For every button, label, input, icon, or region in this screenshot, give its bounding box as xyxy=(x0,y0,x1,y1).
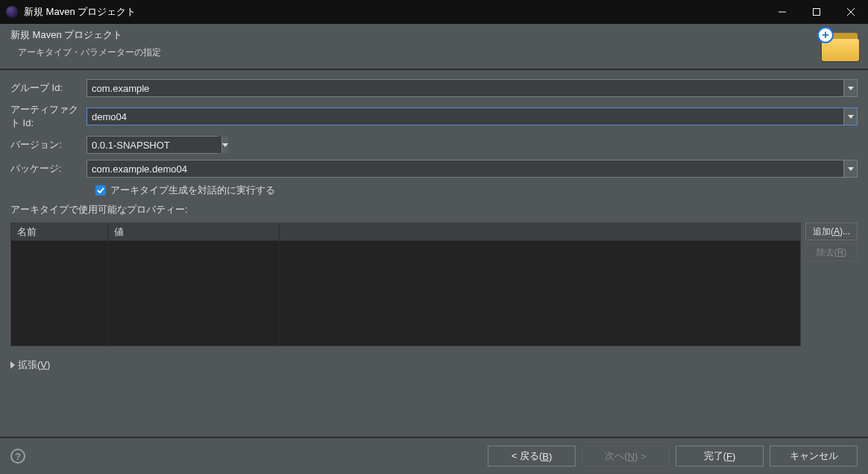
finish-button-post: ) xyxy=(732,451,735,462)
expander-collapsed-icon xyxy=(10,361,15,369)
eclipse-logo-icon xyxy=(6,6,18,18)
artifact-id-input[interactable] xyxy=(87,108,843,125)
add-button-post: )... xyxy=(840,226,850,237)
version-label: バージョン: xyxy=(10,138,87,152)
col-header-name[interactable]: 名前 xyxy=(11,223,108,240)
group-id-dropdown-button[interactable] xyxy=(843,80,857,96)
form-area: グループ Id: アーティファクト Id: バージョン: パッケージ: xyxy=(0,70,868,222)
expander-mnemonic: V xyxy=(40,359,47,370)
button-bar: ? < 戻る(B) 次へ(N) > 完了(F) キャンセル xyxy=(0,437,868,474)
remove-button-mnemonic: R xyxy=(837,247,844,258)
close-button[interactable] xyxy=(834,0,868,24)
artifact-id-combo[interactable] xyxy=(87,107,858,125)
back-button-post: ) xyxy=(549,451,552,462)
add-button-mnemonic: A xyxy=(834,226,840,237)
minimize-button[interactable] xyxy=(765,0,799,24)
package-dropdown-button[interactable] xyxy=(843,160,857,177)
group-id-label: グループ Id: xyxy=(10,81,87,95)
table-header: 名前 値 xyxy=(11,223,800,241)
add-button-pre: 追加( xyxy=(813,225,834,238)
wizard-title: 新規 Maven プロジェクト xyxy=(10,28,858,42)
remove-button-post: ) xyxy=(843,247,846,258)
add-button[interactable]: 追加(A)... xyxy=(805,222,858,240)
next-button-pre: 次へ( xyxy=(605,449,627,463)
col-header-empty xyxy=(280,223,800,240)
properties-section-label: アーキタイプで使用可能なプロパティー: xyxy=(10,203,858,216)
new-project-icon: + xyxy=(817,27,859,63)
help-button[interactable]: ? xyxy=(10,449,25,464)
cancel-button[interactable]: キャンセル xyxy=(770,446,858,467)
properties-table[interactable]: 名前 値 xyxy=(10,222,801,346)
svg-marker-5 xyxy=(848,115,854,119)
remove-button: 除去(R) xyxy=(805,243,858,261)
package-combo[interactable] xyxy=(87,160,858,178)
interactive-checkbox-label: アーキタイプ生成を対話的に実行する xyxy=(110,184,275,197)
cancel-button-label: キャンセル xyxy=(790,449,838,463)
group-id-combo[interactable] xyxy=(87,79,858,97)
remove-button-pre: 除去( xyxy=(817,246,837,259)
package-label: パッケージ: xyxy=(10,162,87,175)
version-dropdown-button[interactable] xyxy=(221,137,228,153)
svg-marker-6 xyxy=(222,143,228,147)
artifact-id-label: アーティファクト Id: xyxy=(10,103,87,130)
window-title: 新規 Maven プロジェクト xyxy=(24,5,765,19)
expander-pre: 拡張( xyxy=(18,359,40,370)
package-input[interactable] xyxy=(87,160,843,177)
svg-rect-1 xyxy=(814,9,820,16)
svg-marker-7 xyxy=(848,167,854,171)
interactive-checkbox[interactable] xyxy=(95,185,106,196)
advanced-expander[interactable]: 拡張(V) xyxy=(0,346,868,372)
finish-button-mnemonic: F xyxy=(726,451,732,462)
next-button: 次へ(N) > xyxy=(582,446,670,467)
back-button-mnemonic: B xyxy=(542,451,549,462)
wizard-subtitle: アーキタイプ・パラメーターの指定 xyxy=(18,46,858,59)
expander-post: ) xyxy=(47,359,50,370)
back-button[interactable]: < 戻る(B) xyxy=(488,446,576,467)
titlebar: 新規 Maven プロジェクト xyxy=(0,0,868,24)
finish-button[interactable]: 完了(F) xyxy=(676,446,764,467)
next-button-post: ) > xyxy=(635,451,647,462)
table-body xyxy=(11,241,800,346)
artifact-id-dropdown-button[interactable] xyxy=(843,108,857,125)
finish-button-pre: 完了( xyxy=(704,449,726,463)
maximize-button[interactable] xyxy=(799,0,834,24)
version-combo[interactable] xyxy=(87,136,218,154)
wizard-header: 新規 Maven プロジェクト アーキタイプ・パラメーターの指定 + xyxy=(0,24,868,69)
col-header-value[interactable]: 値 xyxy=(108,223,280,240)
back-button-pre: < 戻る( xyxy=(512,449,543,463)
version-input[interactable] xyxy=(87,137,221,153)
group-id-input[interactable] xyxy=(87,80,843,96)
svg-marker-4 xyxy=(848,87,854,90)
next-button-mnemonic: N xyxy=(628,451,635,462)
